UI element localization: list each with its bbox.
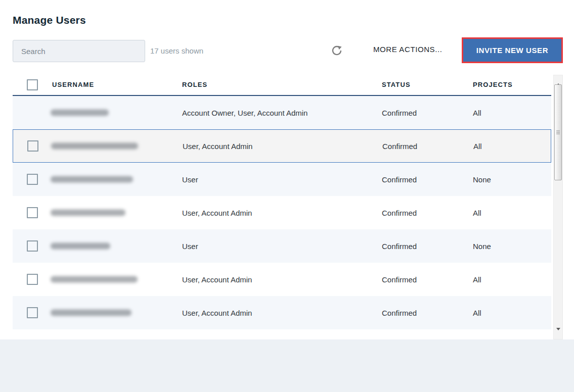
page-title: Manage Users [13, 14, 86, 26]
column-header-roles[interactable]: ROLES [182, 81, 207, 88]
invite-new-user-button[interactable]: INVITE NEW USER [463, 39, 561, 62]
row-roles: User, Account Admin [182, 309, 252, 317]
more-actions-button[interactable]: MORE ACTIONS... [373, 45, 443, 54]
row-checkbox[interactable] [27, 240, 38, 252]
table-row[interactable]: User, Account Admin Confirmed All [13, 263, 551, 296]
row-projects: None [473, 242, 491, 251]
row-status: Confirmed [382, 142, 417, 151]
row-roles: User [182, 175, 198, 184]
table-row-partial[interactable] [13, 329, 551, 339]
row-roles: User, Account Admin [183, 142, 252, 151]
row-status: Confirmed [382, 175, 417, 184]
redacted-username [51, 310, 131, 316]
refresh-icon [331, 51, 343, 58]
select-all-checkbox[interactable] [27, 79, 38, 90]
row-projects: All [473, 275, 481, 284]
column-header-status[interactable]: STATUS [382, 81, 411, 88]
search-input[interactable] [13, 40, 145, 62]
annotation-highlight-box: INVITE NEW USER [462, 37, 563, 63]
table-header: USERNAME ROLES STATUS PROJECTS [13, 75, 551, 96]
row-roles: User, Account Admin [182, 275, 252, 284]
table-row[interactable]: User, Account Admin Confirmed All [13, 196, 551, 229]
row-checkbox[interactable] [27, 140, 38, 152]
row-projects: All [473, 109, 481, 117]
users-shown-count: 17 users shown [150, 46, 203, 55]
table-row[interactable]: User, Account Admin Confirmed All [13, 129, 551, 163]
redacted-username [51, 243, 110, 250]
row-status: Confirmed [382, 209, 417, 217]
redacted-username [51, 110, 109, 116]
row-projects: All [473, 209, 481, 217]
manage-users-dialog: Manage Users 17 users shown MORE ACTIONS… [0, 0, 574, 392]
table-row[interactable]: Account Owner, User, Account Admin Confi… [13, 96, 551, 129]
row-roles: User, Account Admin [182, 209, 252, 217]
scrollbar-up-button[interactable] [554, 75, 562, 84]
table-row[interactable]: User, Account Admin Confirmed All [13, 296, 551, 329]
row-checkbox[interactable] [27, 274, 38, 285]
table-scrollbar[interactable] [553, 75, 563, 339]
redacted-username [51, 143, 138, 150]
row-roles: User [182, 242, 198, 251]
scrollbar-thumb[interactable] [554, 84, 562, 180]
column-header-username[interactable]: USERNAME [52, 81, 94, 88]
table-row[interactable]: User Confirmed None [13, 163, 551, 196]
row-status: Confirmed [382, 309, 417, 317]
redacted-username [51, 276, 138, 283]
table-row[interactable]: User Confirmed None [13, 229, 551, 263]
column-header-projects[interactable]: PROJECTS [473, 81, 513, 88]
arrow-down-icon [556, 328, 560, 338]
row-status: Confirmed [382, 242, 417, 251]
refresh-button[interactable] [330, 44, 344, 58]
row-projects: None [473, 175, 491, 184]
redacted-username [51, 210, 125, 216]
row-status: Confirmed [382, 109, 417, 117]
row-checkbox[interactable] [27, 174, 38, 185]
row-status: Confirmed [382, 275, 417, 284]
redacted-username [51, 176, 133, 183]
table-body: Account Owner, User, Account Admin Confi… [13, 96, 551, 339]
row-checkbox[interactable] [27, 207, 38, 218]
scrollbar-down-button[interactable] [554, 330, 562, 338]
dialog-footer: CLOSE [0, 339, 574, 392]
row-roles: Account Owner, User, Account Admin [182, 109, 307, 117]
row-projects: All [473, 309, 481, 317]
scrollbar-grip-icon [556, 130, 560, 135]
row-projects: All [473, 142, 482, 151]
row-checkbox[interactable] [27, 307, 38, 318]
